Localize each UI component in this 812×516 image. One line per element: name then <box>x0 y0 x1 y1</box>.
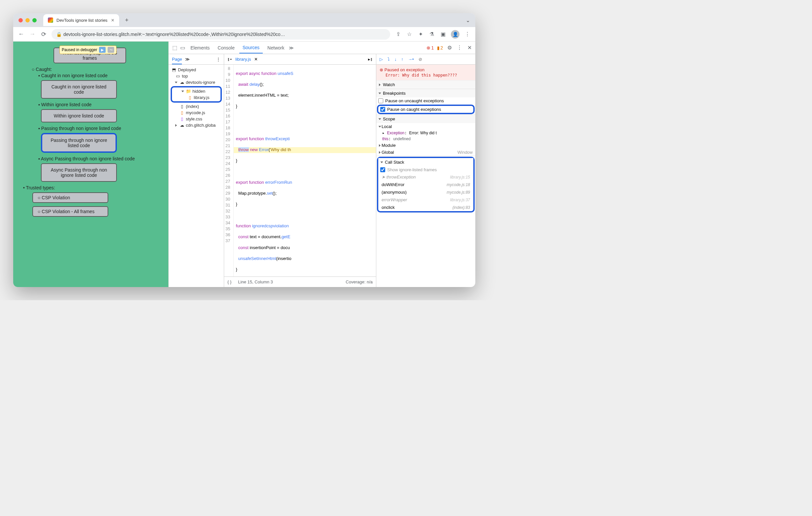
step-out-icon[interactable]: ↑ <box>401 57 404 62</box>
debugger-controls: ▷ ⤵ ↓ ↑ →• ⊘ <box>376 54 475 65</box>
editor-footer: { } Line 15, Column 3 Coverage: n/a <box>224 276 376 287</box>
scope-section: Scope Local ▸ Exception: Error: Why did … <box>376 115 475 156</box>
maximize-window-button[interactable] <box>32 18 37 23</box>
settings-icon[interactable]: ⚙ <box>446 44 453 51</box>
browser-tab[interactable]: DevTools ignore list stories ✕ <box>43 14 119 26</box>
caught-button[interactable]: Caught in non ignore listed code <box>41 80 117 99</box>
address-bar[interactable]: 🔒 devtools-ignore-list-stories.glitch.me… <box>52 29 390 39</box>
panel-icon[interactable]: ▣ <box>440 31 446 37</box>
more-nav-icon[interactable]: ≫ <box>185 57 190 62</box>
page-tab[interactable]: Page <box>172 57 182 64</box>
resume-button[interactable]: ▶ <box>99 47 106 53</box>
stack-frame[interactable]: onclick(index):83 <box>378 204 473 211</box>
close-tab-icon[interactable]: ✕ <box>111 18 115 23</box>
tab-network[interactable]: Network <box>264 42 288 53</box>
list-item: ▪ Within ignore listed code <box>38 102 165 107</box>
close-devtools-icon[interactable]: ✕ <box>466 44 473 51</box>
tree-library[interactable]: ▯library.js <box>173 94 220 101</box>
scope-local[interactable]: Local <box>376 123 475 130</box>
nav-header: Page ≫ ⋮ <box>169 54 224 65</box>
step-over-icon[interactable]: ⤵ <box>387 57 390 62</box>
csp-button[interactable]: ○ CSP Violation <box>32 192 108 203</box>
pause-title: ⊗ Paused on exception <box>380 67 472 72</box>
scope-exception[interactable]: ▸ Exception: Error: Why did t <box>376 130 475 136</box>
file-tree: ⬒Deployed ▭top ☁devtools-ignore 📁hidden … <box>169 65 224 287</box>
scope-global[interactable]: GlobalWindow <box>376 149 475 156</box>
close-window-button[interactable] <box>19 18 23 23</box>
stack-frame[interactable]: errorWrapperlibrary.js:37 <box>378 196 473 204</box>
list-item: ▪ Passing through non ignore listed code <box>38 126 165 131</box>
caught-checkbox[interactable]: Pause on caught exceptions <box>377 104 475 114</box>
editor-pane: ⫿◂ library.js ✕ ▸⫿ 891011121314151617181… <box>224 54 376 287</box>
async-button[interactable]: Async Passing through non ignore listed … <box>41 163 117 182</box>
breakpoints-header[interactable]: Breakpoints <box>376 89 475 97</box>
tree-style[interactable]: ▯style.css <box>170 116 223 122</box>
uncaught-checkbox[interactable]: Pause on uncaught exceptions <box>376 97 475 104</box>
tab-elements[interactable]: Elements <box>187 42 213 53</box>
tab-console[interactable]: Console <box>214 42 238 53</box>
content-area: Paused in debugger ▶ ⤳ WebAssembly trap … <box>13 41 475 287</box>
device-icon[interactable]: ▭ <box>179 44 186 51</box>
stack-frame[interactable]: doWithErrormycode.js:18 <box>378 181 473 188</box>
reload-button[interactable]: ⟳ <box>40 31 47 38</box>
show-ignored-checkbox[interactable]: Show ignore-listed frames <box>378 166 473 173</box>
bookmark-icon[interactable]: ☆ <box>406 31 413 37</box>
new-tab-button[interactable]: + <box>125 17 129 24</box>
tabs-menu-button[interactable]: ⌄ <box>466 17 470 24</box>
paused-label: Paused in debugger <box>62 48 97 52</box>
tree-top[interactable]: ▭top <box>170 73 223 79</box>
folder-icon: 📁 <box>186 89 191 94</box>
cloud-icon: ☁ <box>179 80 184 85</box>
tree-index[interactable]: ▯(index) <box>170 103 223 110</box>
menu-icon[interactable]: ⋮ <box>464 31 471 37</box>
file-icon: ▯ <box>179 104 184 109</box>
favicon-icon <box>48 18 53 23</box>
step-into-icon[interactable]: ↓ <box>395 57 397 62</box>
csp-all-button[interactable]: ○ CSP Violation - All frames <box>32 206 108 217</box>
person-icon: 👤 <box>453 32 458 37</box>
tree-deployed[interactable]: ⬒Deployed <box>170 67 223 73</box>
coverage-label: Coverage: n/a <box>346 279 373 284</box>
scope-header[interactable]: Scope <box>376 115 475 123</box>
tab-sources[interactable]: Sources <box>239 42 263 54</box>
nav-menu-icon[interactable]: ⋮ <box>216 57 221 62</box>
line-gutter: 8910111213141516171819202122232425262728… <box>224 65 234 276</box>
back-button[interactable]: ← <box>18 31 24 38</box>
toggle-debugger-icon[interactable]: ▸⫿ <box>368 57 373 62</box>
callstack-header[interactable]: Call Stack <box>378 158 473 166</box>
kebab-icon[interactable]: ⋮ <box>456 44 463 51</box>
error-badge[interactable]: ⊗ 1 <box>427 45 434 51</box>
browser-toolbar: ← → ⟳ 🔒 devtools-ignore-list-stories.gli… <box>13 27 475 41</box>
sidebar-toggle-icon[interactable]: ⫿◂ <box>227 57 232 62</box>
close-file-icon[interactable]: ✕ <box>254 57 258 62</box>
scope-module[interactable]: Module <box>376 142 475 149</box>
stack-frame[interactable]: (anonymous)mycode.js:89 <box>378 188 473 196</box>
tree-mycode[interactable]: ▯mycode.js <box>170 110 223 116</box>
labs-icon[interactable]: ⚗ <box>429 31 435 37</box>
caught-label: ○ Caught: <box>32 67 165 72</box>
within-button[interactable]: Within ignore listed code <box>41 109 117 122</box>
watch-section[interactable]: Watch <box>376 81 475 89</box>
tree-cdn[interactable]: ☁cdn.glitch.globa <box>170 122 223 128</box>
forward-button[interactable]: → <box>29 31 36 38</box>
format-icon[interactable]: { } <box>227 279 231 284</box>
inspect-icon[interactable]: ⬚ <box>171 44 178 51</box>
tree-hidden[interactable]: 📁hidden <box>173 88 220 94</box>
warning-badge[interactable]: ▮ 2 <box>437 45 443 51</box>
frame-icon: ▭ <box>175 73 180 79</box>
minimize-window-button[interactable] <box>25 18 30 23</box>
deactivate-icon[interactable]: ⊘ <box>418 57 422 62</box>
pause-detail: Error: Why did this happen???? <box>385 73 472 78</box>
step-button[interactable]: ⤳ <box>108 47 114 53</box>
more-tabs-icon[interactable]: ≫ <box>289 45 294 51</box>
tree-domain[interactable]: ☁devtools-ignore <box>170 79 223 86</box>
resume-icon[interactable]: ▷ <box>380 57 383 62</box>
extensions-icon[interactable]: ✦ <box>417 31 424 37</box>
url-text: devtools-ignore-list-stories.glitch.me/#… <box>63 32 285 37</box>
step-icon[interactable]: →• <box>408 57 414 62</box>
profile-avatar[interactable]: 👤 <box>451 30 460 39</box>
code-editor[interactable]: 8910111213141516171819202122232425262728… <box>224 65 376 276</box>
share-icon[interactable]: ⇪ <box>395 31 401 37</box>
stack-frame[interactable]: ➤ throwExceptionlibrary.js:15 <box>378 173 473 181</box>
passing-button[interactable]: Passing through non ignore listed code <box>41 133 117 153</box>
